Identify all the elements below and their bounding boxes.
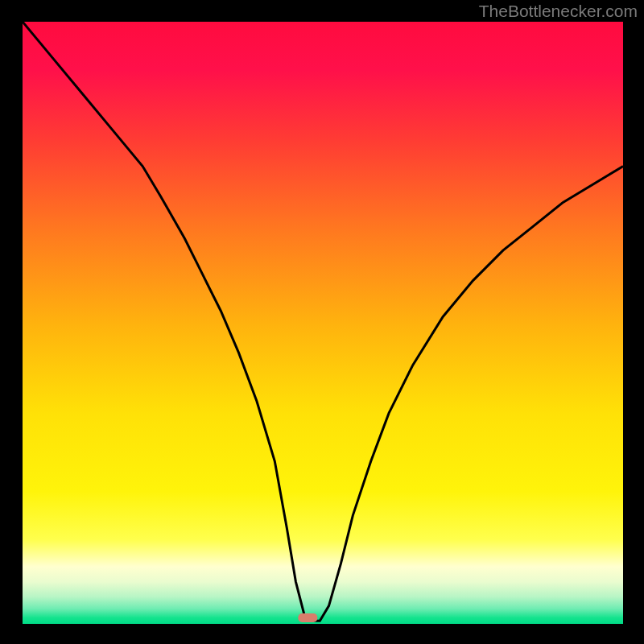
optimal-marker bbox=[298, 613, 317, 622]
plot-area bbox=[23, 22, 623, 624]
watermark-text: TheBottlenecker.com bbox=[479, 2, 638, 21]
chart-stage: TheBottlenecker.com bbox=[0, 0, 644, 644]
gradient-background bbox=[23, 22, 623, 624]
bottleneck-chart bbox=[0, 0, 644, 644]
